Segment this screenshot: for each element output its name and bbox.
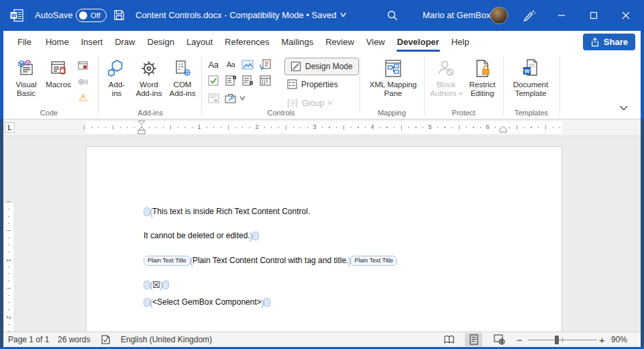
language-indicator[interactable]: English (United Kingdom) [121,332,212,347]
add-ins-button[interactable]: Add- ins [102,56,131,98]
macros-icon [48,56,68,81]
ruler-number: 2 [254,123,260,130]
zoom-level[interactable]: 90% [611,332,627,347]
minimize-button[interactable] [545,0,578,31]
pause-recording-icon [76,75,91,89]
window-border [0,119,3,347]
visual-basic-button[interactable]: Visual Basic [11,56,42,98]
dropdown-content-control[interactable]: ( <Select GemBox Component> ) [144,296,270,308]
avatar[interactable] [490,7,508,24]
dropdown-list-control-button[interactable] [239,74,256,87]
zoom-out-button[interactable]: − [517,332,523,347]
tab-design[interactable]: Design [142,31,180,52]
plain-text-control-button[interactable]: Aa [223,58,239,71]
collapse-ribbon-chevron-icon[interactable]: ˅ [619,103,629,113]
group-label-mapping: Mapping [360,109,424,117]
checkbox-content-control[interactable]: ( ☒ ) [144,279,169,291]
word-add-ins-button[interactable]: Word Add-ins [133,56,165,98]
indent-marker-right[interactable] [499,126,507,134]
page-indicator[interactable]: Page 1 of 1 [8,332,49,347]
maximize-button[interactable] [578,0,610,31]
design-mode-button[interactable]: Design Mode [284,58,359,75]
proofing-status-icon[interactable] [101,332,111,347]
close-button[interactable] [610,0,642,31]
rich-text-content-control-start[interactable]: ( This text is inside Rich Text Content … [144,205,310,217]
content-control-tag-icon[interactable] [252,232,259,240]
save-button[interactable] [113,9,125,21]
tab-developer[interactable]: Developer [391,31,445,52]
zoom-slider-thumb[interactable] [555,336,559,344]
content-control-tag-icon[interactable] [162,281,169,289]
block-authors-button: Block Authors ˅ [428,56,464,99]
title-chevron-icon[interactable]: ˅ [340,11,347,20]
search-button[interactable] [386,9,398,21]
ribbon-tab-row: File Home Insert Draw Design Layout Refe… [0,31,644,52]
restrict-editing-button[interactable]: Restrict Editing [466,56,499,98]
dropdown-placeholder-text[interactable]: <Select GemBox Component> [152,297,262,307]
tab-layout[interactable]: Layout [180,31,219,52]
picture-control-button[interactable] [239,58,256,71]
plain-text-content-control[interactable]: Plain Text Title( Plain Text Content Con… [144,254,397,266]
macros-button[interactable]: Macros [43,56,74,89]
tab-mailings[interactable]: Mailings [276,31,320,52]
status-bar: Page 1 of 1 26 words English (United Kin… [0,332,644,347]
group-label-protect: Protect [424,109,503,117]
vertical-ruler: 1 2 [4,203,13,332]
ruler-number: 4 [369,123,376,130]
restrict-editing-icon [473,56,492,81]
zoom-slider-notch [562,338,563,342]
ruler-number: 1 [196,123,203,130]
tab-home[interactable]: Home [40,31,75,52]
document-page[interactable]: ( This text is inside Rich Text Content … [86,146,562,332]
plain-text-content[interactable]: Plain Text Content Control with tag and … [193,256,349,265]
rich-text-content-control-end[interactable]: It cannot be deleted or edited. ) [144,230,259,242]
share-icon [590,38,600,47]
tab-insert[interactable]: Insert [75,31,109,52]
word-logo-icon[interactable]: W [9,8,24,23]
macro-security-warning-icon[interactable]: ⚠ [76,91,91,105]
tab-review[interactable]: Review [319,31,360,52]
building-block-control-button[interactable] [257,58,273,71]
com-add-ins-button[interactable]: COM Add-ins [166,56,199,98]
window-border [0,31,3,119]
legacy-tools-button[interactable] [223,91,239,105]
print-layout-button[interactable] [465,333,482,346]
window-border [641,31,644,119]
legacy-tools-chevron-icon[interactable]: ˅ [239,94,246,102]
combo-box-control-button[interactable] [223,74,239,87]
properties-button[interactable]: Properties [287,79,338,89]
ruler-number: 2 [5,314,12,321]
web-layout-button[interactable] [490,333,508,346]
checkbox-control-button[interactable] [205,74,221,87]
tab-references[interactable]: References [219,31,275,52]
share-button[interactable]: Share [583,34,635,50]
add-ins-icon [107,56,127,81]
autosave-toggle[interactable]: Off [76,9,107,22]
content-control-title-tag[interactable]: Plain Text Title [144,256,191,266]
tab-stop-selector[interactable]: L [5,122,15,133]
read-mode-button[interactable] [440,333,458,346]
rich-text-content[interactable]: It cannot be deleted or edited. [144,231,250,240]
ink-pen-icon[interactable] [523,9,536,22]
rich-text-content[interactable]: This text is inside Rich Text Content Co… [152,207,310,216]
group-button: Group ˅ [287,98,332,108]
document-area: 1 2 ( This text is inside Rich Text Cont… [0,136,644,332]
zoom-in-button[interactable]: + [599,332,605,347]
tab-help[interactable]: Help [445,31,476,52]
rich-text-control-button[interactable]: Aa [205,58,221,71]
xml-mapping-pane-button[interactable]: XML Mapping Pane [362,56,424,98]
xml-mapping-icon [383,56,403,81]
account-name[interactable]: Mario at GemBox [423,10,490,20]
tab-draw[interactable]: Draw [109,31,141,52]
content-control-title-tag[interactable]: Plain Text Title [350,256,397,266]
group-divider [201,56,202,115]
tab-file[interactable]: File [9,31,40,52]
content-control-tag-icon[interactable] [264,298,270,307]
tab-view[interactable]: View [360,31,391,52]
document-template-button[interactable]: W Document Template [506,56,555,98]
indent-marker-left[interactable] [138,120,146,136]
word-count[interactable]: 26 words [58,332,91,347]
group-divider [360,56,360,115]
date-picker-control-button[interactable] [257,74,273,87]
record-macro-button[interactable] [76,59,91,72]
